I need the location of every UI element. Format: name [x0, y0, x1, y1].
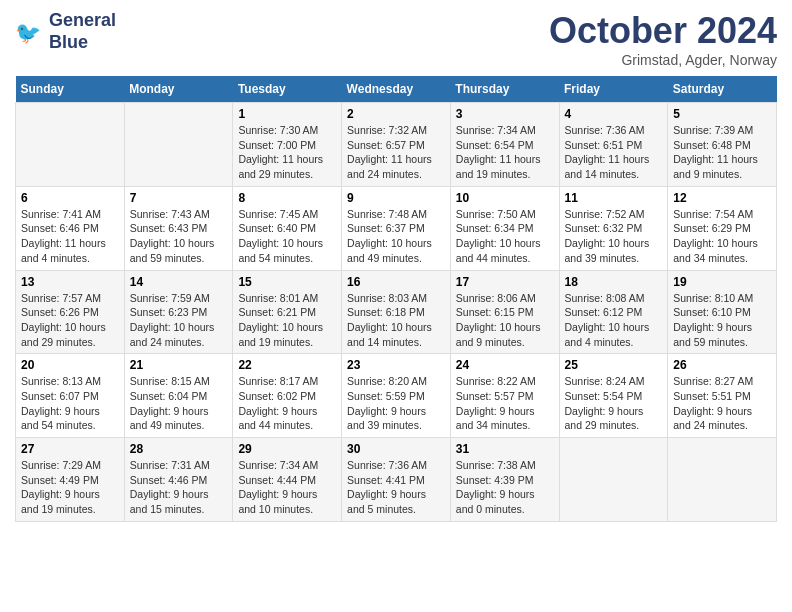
weekday-header-tuesday: Tuesday — [233, 76, 342, 103]
weekday-header-wednesday: Wednesday — [342, 76, 451, 103]
calendar-cell: 7Sunrise: 7:43 AM Sunset: 6:43 PM Daylig… — [124, 186, 233, 270]
calendar-subtitle: Grimstad, Agder, Norway — [549, 52, 777, 68]
calendar-cell — [668, 438, 777, 522]
calendar-cell: 22Sunrise: 8:17 AM Sunset: 6:02 PM Dayli… — [233, 354, 342, 438]
weekday-header-monday: Monday — [124, 76, 233, 103]
day-info: Sunrise: 7:59 AM Sunset: 6:23 PM Dayligh… — [130, 291, 228, 350]
calendar-cell: 25Sunrise: 8:24 AM Sunset: 5:54 PM Dayli… — [559, 354, 668, 438]
calendar-cell: 12Sunrise: 7:54 AM Sunset: 6:29 PM Dayli… — [668, 186, 777, 270]
day-info: Sunrise: 7:34 AM Sunset: 4:44 PM Dayligh… — [238, 458, 336, 517]
day-number: 26 — [673, 358, 771, 372]
day-number: 31 — [456, 442, 554, 456]
logo-icon: 🐦 — [15, 17, 45, 47]
day-number: 9 — [347, 191, 445, 205]
day-number: 5 — [673, 107, 771, 121]
day-info: Sunrise: 7:43 AM Sunset: 6:43 PM Dayligh… — [130, 207, 228, 266]
day-info: Sunrise: 7:54 AM Sunset: 6:29 PM Dayligh… — [673, 207, 771, 266]
weekday-header-sunday: Sunday — [16, 76, 125, 103]
day-number: 21 — [130, 358, 228, 372]
day-info: Sunrise: 7:48 AM Sunset: 6:37 PM Dayligh… — [347, 207, 445, 266]
day-info: Sunrise: 7:52 AM Sunset: 6:32 PM Dayligh… — [565, 207, 663, 266]
calendar-cell: 18Sunrise: 8:08 AM Sunset: 6:12 PM Dayli… — [559, 270, 668, 354]
weekday-header-row: SundayMondayTuesdayWednesdayThursdayFrid… — [16, 76, 777, 103]
calendar-cell — [16, 103, 125, 187]
day-number: 4 — [565, 107, 663, 121]
day-info: Sunrise: 8:22 AM Sunset: 5:57 PM Dayligh… — [456, 374, 554, 433]
weekday-header-saturday: Saturday — [668, 76, 777, 103]
day-number: 28 — [130, 442, 228, 456]
logo: 🐦 General Blue — [15, 10, 116, 53]
calendar-cell: 15Sunrise: 8:01 AM Sunset: 6:21 PM Dayli… — [233, 270, 342, 354]
calendar-cell: 8Sunrise: 7:45 AM Sunset: 6:40 PM Daylig… — [233, 186, 342, 270]
day-number: 22 — [238, 358, 336, 372]
day-number: 17 — [456, 275, 554, 289]
calendar-cell: 2Sunrise: 7:32 AM Sunset: 6:57 PM Daylig… — [342, 103, 451, 187]
day-info: Sunrise: 8:27 AM Sunset: 5:51 PM Dayligh… — [673, 374, 771, 433]
title-area: October 2024 Grimstad, Agder, Norway — [549, 10, 777, 68]
calendar-cell: 16Sunrise: 8:03 AM Sunset: 6:18 PM Dayli… — [342, 270, 451, 354]
calendar-cell: 17Sunrise: 8:06 AM Sunset: 6:15 PM Dayli… — [450, 270, 559, 354]
calendar-cell: 23Sunrise: 8:20 AM Sunset: 5:59 PM Dayli… — [342, 354, 451, 438]
day-number: 18 — [565, 275, 663, 289]
day-number: 27 — [21, 442, 119, 456]
day-info: Sunrise: 8:15 AM Sunset: 6:04 PM Dayligh… — [130, 374, 228, 433]
day-number: 19 — [673, 275, 771, 289]
day-info: Sunrise: 7:36 AM Sunset: 6:51 PM Dayligh… — [565, 123, 663, 182]
calendar-week-4: 20Sunrise: 8:13 AM Sunset: 6:07 PM Dayli… — [16, 354, 777, 438]
day-info: Sunrise: 8:13 AM Sunset: 6:07 PM Dayligh… — [21, 374, 119, 433]
day-info: Sunrise: 7:41 AM Sunset: 6:46 PM Dayligh… — [21, 207, 119, 266]
calendar-cell: 10Sunrise: 7:50 AM Sunset: 6:34 PM Dayli… — [450, 186, 559, 270]
calendar-cell: 31Sunrise: 7:38 AM Sunset: 4:39 PM Dayli… — [450, 438, 559, 522]
weekday-header-friday: Friday — [559, 76, 668, 103]
day-info: Sunrise: 8:01 AM Sunset: 6:21 PM Dayligh… — [238, 291, 336, 350]
calendar-table: SundayMondayTuesdayWednesdayThursdayFrid… — [15, 76, 777, 522]
day-number: 25 — [565, 358, 663, 372]
day-number: 7 — [130, 191, 228, 205]
calendar-cell: 14Sunrise: 7:59 AM Sunset: 6:23 PM Dayli… — [124, 270, 233, 354]
calendar-cell: 13Sunrise: 7:57 AM Sunset: 6:26 PM Dayli… — [16, 270, 125, 354]
day-info: Sunrise: 8:20 AM Sunset: 5:59 PM Dayligh… — [347, 374, 445, 433]
calendar-cell: 28Sunrise: 7:31 AM Sunset: 4:46 PM Dayli… — [124, 438, 233, 522]
day-info: Sunrise: 7:36 AM Sunset: 4:41 PM Dayligh… — [347, 458, 445, 517]
calendar-cell: 26Sunrise: 8:27 AM Sunset: 5:51 PM Dayli… — [668, 354, 777, 438]
svg-text:🐦: 🐦 — [15, 19, 42, 45]
day-info: Sunrise: 7:39 AM Sunset: 6:48 PM Dayligh… — [673, 123, 771, 182]
calendar-body: 1Sunrise: 7:30 AM Sunset: 7:00 PM Daylig… — [16, 103, 777, 522]
calendar-cell: 3Sunrise: 7:34 AM Sunset: 6:54 PM Daylig… — [450, 103, 559, 187]
day-info: Sunrise: 7:31 AM Sunset: 4:46 PM Dayligh… — [130, 458, 228, 517]
day-number: 29 — [238, 442, 336, 456]
day-number: 14 — [130, 275, 228, 289]
calendar-cell: 6Sunrise: 7:41 AM Sunset: 6:46 PM Daylig… — [16, 186, 125, 270]
calendar-cell: 9Sunrise: 7:48 AM Sunset: 6:37 PM Daylig… — [342, 186, 451, 270]
calendar-cell: 27Sunrise: 7:29 AM Sunset: 4:49 PM Dayli… — [16, 438, 125, 522]
day-info: Sunrise: 8:17 AM Sunset: 6:02 PM Dayligh… — [238, 374, 336, 433]
day-info: Sunrise: 7:45 AM Sunset: 6:40 PM Dayligh… — [238, 207, 336, 266]
calendar-title: October 2024 — [549, 10, 777, 52]
calendar-cell: 11Sunrise: 7:52 AM Sunset: 6:32 PM Dayli… — [559, 186, 668, 270]
calendar-cell: 30Sunrise: 7:36 AM Sunset: 4:41 PM Dayli… — [342, 438, 451, 522]
day-number: 11 — [565, 191, 663, 205]
calendar-cell: 5Sunrise: 7:39 AM Sunset: 6:48 PM Daylig… — [668, 103, 777, 187]
day-info: Sunrise: 7:38 AM Sunset: 4:39 PM Dayligh… — [456, 458, 554, 517]
calendar-week-1: 1Sunrise: 7:30 AM Sunset: 7:00 PM Daylig… — [16, 103, 777, 187]
day-info: Sunrise: 7:29 AM Sunset: 4:49 PM Dayligh… — [21, 458, 119, 517]
day-number: 6 — [21, 191, 119, 205]
day-number: 1 — [238, 107, 336, 121]
logo-text: General Blue — [49, 10, 116, 53]
weekday-header-thursday: Thursday — [450, 76, 559, 103]
day-info: Sunrise: 7:32 AM Sunset: 6:57 PM Dayligh… — [347, 123, 445, 182]
day-info: Sunrise: 8:03 AM Sunset: 6:18 PM Dayligh… — [347, 291, 445, 350]
day-info: Sunrise: 7:50 AM Sunset: 6:34 PM Dayligh… — [456, 207, 554, 266]
day-info: Sunrise: 7:57 AM Sunset: 6:26 PM Dayligh… — [21, 291, 119, 350]
calendar-week-5: 27Sunrise: 7:29 AM Sunset: 4:49 PM Dayli… — [16, 438, 777, 522]
calendar-cell — [559, 438, 668, 522]
day-number: 3 — [456, 107, 554, 121]
day-number: 30 — [347, 442, 445, 456]
calendar-cell: 24Sunrise: 8:22 AM Sunset: 5:57 PM Dayli… — [450, 354, 559, 438]
calendar-week-2: 6Sunrise: 7:41 AM Sunset: 6:46 PM Daylig… — [16, 186, 777, 270]
day-info: Sunrise: 8:24 AM Sunset: 5:54 PM Dayligh… — [565, 374, 663, 433]
day-number: 16 — [347, 275, 445, 289]
day-info: Sunrise: 8:10 AM Sunset: 6:10 PM Dayligh… — [673, 291, 771, 350]
day-info: Sunrise: 8:06 AM Sunset: 6:15 PM Dayligh… — [456, 291, 554, 350]
day-info: Sunrise: 7:34 AM Sunset: 6:54 PM Dayligh… — [456, 123, 554, 182]
